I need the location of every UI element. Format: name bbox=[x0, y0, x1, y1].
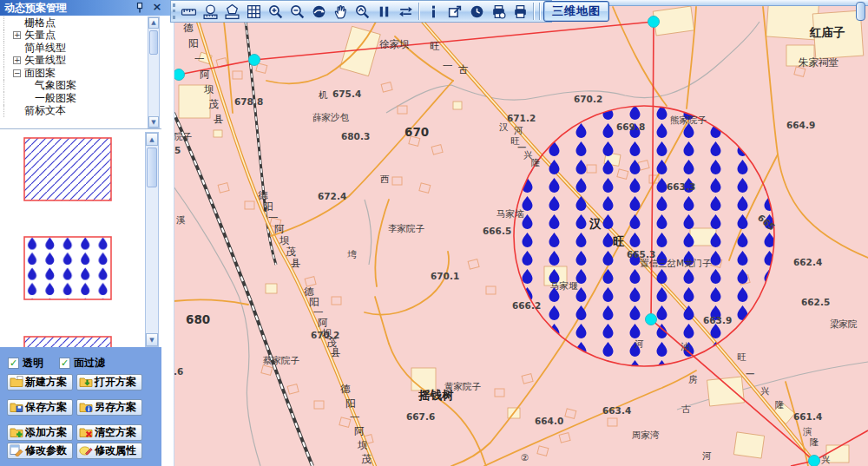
raindrop-fill-pattern[interactable] bbox=[23, 236, 112, 300]
vertex-handle[interactable] bbox=[249, 55, 260, 66]
map-label: 一 bbox=[746, 369, 755, 379]
export-icon[interactable] bbox=[444, 2, 465, 22]
map-label: 672.4 bbox=[318, 191, 346, 201]
close-icon[interactable]: × bbox=[151, 0, 163, 14]
vertex-handle[interactable] bbox=[809, 456, 820, 466]
scroll-up-icon[interactable]: ▲ bbox=[146, 133, 158, 146]
map-label: 古 bbox=[681, 404, 691, 414]
expand-plus-icon[interactable]: + bbox=[13, 31, 21, 39]
tree-item-矢量线型[interactable]: +矢量线型 bbox=[0, 55, 146, 68]
measure-polygon-icon[interactable] bbox=[221, 2, 242, 22]
vertex-handle[interactable] bbox=[648, 16, 660, 28]
new-plan-button[interactable]: 新建方案 bbox=[7, 374, 73, 391]
tree-item-箭标文本[interactable]: 箭标文本 bbox=[0, 105, 146, 118]
map-label: 马家垴 bbox=[496, 208, 524, 219]
tree-leaf-dash bbox=[13, 44, 21, 52]
map-label: 茂 bbox=[286, 246, 296, 258]
swap-icon[interactable] bbox=[395, 2, 416, 22]
pause-icon[interactable] bbox=[373, 2, 394, 22]
tree-guide bbox=[3, 16, 13, 30]
zoom-out-icon[interactable] bbox=[286, 2, 307, 22]
map-label: 669.8 bbox=[616, 121, 645, 132]
map-corner-control[interactable] bbox=[856, 2, 865, 21]
pattern-scrollbar[interactable]: ▲ ▼ bbox=[145, 132, 159, 347]
globe-icon[interactable] bbox=[308, 2, 329, 22]
tree-scrollbar-thumb[interactable] bbox=[149, 30, 158, 55]
map-label: 666.5 bbox=[483, 226, 511, 236]
vertex-handle[interactable] bbox=[646, 314, 657, 325]
button-label: 保存方案 bbox=[25, 400, 67, 415]
map-label: 667.6 bbox=[406, 411, 435, 422]
map-label: 663.3 bbox=[667, 181, 695, 192]
button-label: 另存方案 bbox=[95, 400, 136, 415]
map-label: 665.3 bbox=[627, 249, 655, 259]
plan-area-circle-annotation[interactable] bbox=[514, 106, 774, 366]
expand-plus-icon[interactable]: + bbox=[13, 56, 21, 64]
modify-props-plan-button[interactable]: 修改属性 bbox=[76, 443, 142, 459]
map-label: 演 bbox=[803, 426, 812, 436]
print-preview-icon[interactable] bbox=[488, 2, 509, 22]
add-plan-button[interactable]: 添加方案 bbox=[7, 424, 73, 441]
map-label: 河 bbox=[635, 338, 644, 349]
tree-guide bbox=[3, 55, 13, 68]
modify-params-plan-button[interactable]: 修改参数 bbox=[7, 443, 73, 459]
clear-plan-button[interactable]: 清空方案 bbox=[76, 424, 142, 441]
folder-clear-icon bbox=[79, 425, 93, 441]
map-label: 县 bbox=[331, 346, 341, 358]
measure-line-icon[interactable] bbox=[178, 2, 199, 22]
clock-icon[interactable] bbox=[466, 2, 487, 22]
map-label: 汉 bbox=[589, 216, 602, 230]
measure-circle-icon[interactable] bbox=[200, 2, 220, 22]
map-label: 朱家祠堂 bbox=[798, 56, 838, 69]
map-label: .6 bbox=[174, 366, 183, 377]
map-3d-button[interactable]: 三维地图 bbox=[543, 1, 609, 22]
map-label: 河 bbox=[514, 125, 523, 135]
tree-leaf-dash bbox=[23, 95, 31, 102]
map-label: 旺 bbox=[613, 234, 625, 248]
tree-indent bbox=[13, 92, 23, 105]
checkbox-checked[interactable]: ✓ bbox=[59, 358, 70, 369]
map-label: 664.0 bbox=[535, 416, 563, 426]
tree-indent bbox=[13, 80, 23, 93]
tree-item-栅格点[interactable]: 栅格点 bbox=[0, 16, 146, 30]
toolbar-grip-handle[interactable] bbox=[173, 3, 175, 19]
map-canvas[interactable]: 徐家坝红庙子朱家祠堂熊家院子薛家沙包李家院子马家垴马家堰蔡家院子黄家院子摇钱树周… bbox=[174, 6, 868, 466]
map-label: 664.9 bbox=[786, 120, 815, 130]
map-label: 678.8 bbox=[234, 96, 263, 107]
button-label: 修改属性 bbox=[95, 443, 136, 458]
map-label: 670.2 bbox=[574, 94, 602, 104]
tree-item-简单线型[interactable]: 简单线型 bbox=[0, 42, 146, 55]
pan-hand-icon[interactable] bbox=[330, 2, 351, 22]
tree-item-一般图案[interactable]: 一般图案 bbox=[0, 92, 146, 105]
pin-icon[interactable] bbox=[134, 2, 146, 14]
grid-icon[interactable] bbox=[243, 2, 264, 22]
checkbox-label: 透明 bbox=[23, 356, 43, 371]
map-label: 670 bbox=[404, 125, 429, 139]
diagonal-hatch-pattern[interactable] bbox=[23, 137, 112, 201]
scroll-down-icon[interactable]: ▼ bbox=[146, 333, 158, 346]
scroll-up-icon[interactable]: ▲ bbox=[148, 17, 159, 29]
map-label: 680.3 bbox=[341, 131, 370, 141]
tree-guide bbox=[3, 67, 13, 80]
info-icon[interactable] bbox=[423, 2, 444, 22]
panel-title: 动态预案管理 bbox=[4, 2, 67, 14]
map-label: 徐家坝 bbox=[379, 38, 410, 50]
map-label: 兴 bbox=[760, 385, 770, 396]
print-icon[interactable] bbox=[510, 2, 530, 22]
checkbox-checked[interactable]: ✓ bbox=[8, 358, 19, 369]
map-label: 坝 bbox=[357, 439, 368, 451]
map-label: 蔡家院子 bbox=[263, 355, 300, 365]
tree-scrollbar[interactable]: ▲ ▼ bbox=[148, 16, 160, 128]
tree-item-矢量点[interactable]: +矢量点 bbox=[0, 30, 146, 43]
collapse-minus-icon[interactable]: − bbox=[13, 69, 21, 77]
scroll-down-icon[interactable]: ▼ bbox=[148, 116, 159, 128]
vertex-handle[interactable] bbox=[174, 69, 185, 81]
zoom-prev-icon[interactable] bbox=[352, 2, 372, 22]
open-plan-button[interactable]: 打开方案 bbox=[76, 374, 142, 391]
partial-pattern[interactable] bbox=[23, 336, 112, 347]
map-label: 旺 bbox=[737, 351, 746, 362]
zoom-in-icon[interactable] bbox=[265, 2, 286, 22]
pattern-scrollbar-thumb[interactable] bbox=[147, 148, 157, 187]
save-plan-button[interactable]: 保存方案 bbox=[7, 399, 73, 416]
saveas-plan-button[interactable]: 另存方案 bbox=[76, 399, 142, 416]
